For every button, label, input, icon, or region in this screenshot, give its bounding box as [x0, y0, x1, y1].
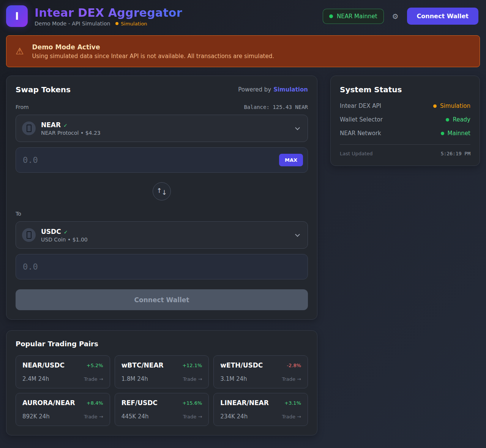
trade-link[interactable]: Trade → [183, 414, 202, 420]
arrow-up-icon: ↑ [156, 187, 162, 194]
from-token-symbol: NEAR✓ [41, 121, 68, 129]
chevron-down-icon [295, 125, 300, 130]
pair-volume: 3.1M 24h [220, 375, 247, 382]
swap-connect-wallet-button[interactable]: Connect Wallet [16, 289, 308, 310]
system-status-title: System Status [340, 85, 470, 94]
from-label: From [16, 104, 29, 110]
pair-name: wBTC/NEAR [122, 361, 164, 369]
banner-title: Demo Mode Active [32, 43, 274, 51]
verified-check-icon: ✓ [63, 123, 68, 128]
pair-change: +12.1% [182, 363, 202, 368]
pairs-title: Popular Trading Pairs [16, 340, 308, 348]
from-amount-input[interactable] [23, 155, 279, 165]
trade-link[interactable]: Trade → [282, 414, 301, 420]
pair-change: -2.8% [287, 363, 301, 368]
pair-name: LINEAR/NEAR [220, 399, 269, 407]
from-token-icon [22, 121, 36, 135]
swap-card: Swap Tokens Powered bySimulation From Ba… [6, 76, 317, 320]
from-token-description: NEAR Protocol • $4.23 [41, 130, 290, 136]
popular-pairs-card: Popular Trading Pairs NEAR/USDC +5.2% 2.… [6, 330, 317, 435]
page: I Intear DEX Aggregator Demo Mode - API … [0, 0, 486, 442]
pair-volume: 1.8M 24h [122, 375, 148, 382]
trade-link[interactable]: Trade → [183, 376, 202, 382]
powered-by-value: Simulation [273, 86, 308, 93]
system-status-card: System Status Intear DEX API Simulation … [330, 76, 480, 166]
app-subtitle: Demo Mode - API Simulation [35, 21, 110, 27]
from-balance: Balance: 125.43 NEAR [244, 104, 308, 110]
header: I Intear DEX Aggregator Demo Mode - API … [6, 4, 480, 32]
network-pill-label: NEAR Mainnet [337, 13, 377, 20]
status-dot-icon [446, 118, 449, 121]
divider [340, 144, 470, 145]
pair-volume: 445K 24h [122, 413, 149, 420]
to-label: To [16, 211, 21, 217]
warning-icon: ⚠ [16, 47, 24, 56]
pair-change: +15.6% [182, 400, 202, 406]
page-title: Intear DEX Aggregator [35, 6, 182, 20]
header-brand: I Intear DEX Aggregator Demo Mode - API … [6, 5, 182, 27]
trade-link[interactable]: Trade → [84, 376, 103, 382]
arrow-down-icon: ↓ [162, 189, 167, 196]
gear-icon[interactable]: ⚙ [392, 12, 399, 21]
verified-check-icon: ✓ [64, 229, 68, 235]
pair-name: AURORA/NEAR [22, 399, 75, 407]
pair-card-ref-usdc[interactable]: REF/USDC +15.6% 445K 24h Trade → [115, 393, 209, 426]
status-dot-icon [433, 104, 437, 108]
trade-link[interactable]: Trade → [84, 414, 103, 420]
pair-card-aurora-near[interactable]: AURORA/NEAR +8.4% 892K 24h Trade → [16, 393, 110, 426]
demo-mode-banner: ⚠ Demo Mode Active Using simulated data … [6, 35, 480, 67]
pair-card-linear-near[interactable]: LINEAR/NEAR +3.1% 234K 24h Trade → [213, 393, 308, 426]
pair-card-near-usdc[interactable]: NEAR/USDC +5.2% 2.4M 24h Trade → [16, 355, 110, 388]
simulation-badge: Simulation [115, 21, 147, 27]
pair-change: +8.4% [87, 400, 103, 406]
logo-letter: I [15, 11, 19, 22]
pair-volume: 234K 24h [220, 413, 248, 420]
connect-wallet-button[interactable]: Connect Wallet [407, 8, 478, 25]
status-row-near-network: NEAR Network Mainnet [340, 130, 470, 137]
pair-name: REF/USDC [122, 399, 158, 407]
pair-change: +5.2% [87, 363, 103, 368]
to-amount-input[interactable] [23, 262, 303, 271]
pair-name: NEAR/USDC [22, 361, 65, 369]
to-token-icon [22, 228, 36, 242]
app-logo: I [6, 5, 28, 27]
simulation-dot-icon [115, 22, 118, 25]
to-token-description: USD Coin • $1.00 [41, 237, 290, 243]
from-amount-box: MAX [16, 147, 308, 173]
powered-by: Powered bySimulation [238, 86, 308, 93]
trade-link[interactable]: Trade → [282, 376, 301, 382]
to-amount-box [16, 254, 308, 279]
banner-message: Using simulated data since Intear API is… [32, 53, 274, 60]
status-value: Mainnet [448, 130, 470, 137]
last-updated-value: 5:26:19 PM [441, 151, 470, 156]
swap-title: Swap Tokens [16, 85, 71, 94]
network-pill[interactable]: NEAR Mainnet [323, 9, 384, 24]
chevron-down-icon [295, 232, 300, 237]
swap-direction-button[interactable]: ↑ ↓ [153, 182, 171, 200]
status-value: Ready [453, 116, 470, 123]
pair-card-wbtc-near[interactable]: wBTC/NEAR +12.1% 1.8M 24h Trade → [115, 355, 209, 388]
from-token-selector[interactable]: NEAR✓ NEAR Protocol • $4.23 [16, 115, 308, 142]
pair-name: wETH/USDC [220, 361, 263, 369]
status-value: Simulation [440, 103, 470, 109]
network-status-dot-icon [329, 14, 333, 18]
last-updated-label: Last Updated [340, 151, 373, 156]
pair-change: +3.1% [284, 400, 301, 406]
status-row-wallet-selector: Wallet Selector Ready [340, 116, 470, 123]
status-row-intear-api: Intear DEX API Simulation [340, 103, 470, 109]
to-token-selector[interactable]: USDC✓ USD Coin • $1.00 [16, 221, 308, 249]
pair-volume: 2.4M 24h [22, 375, 49, 382]
pair-card-weth-usdc[interactable]: wETH/USDC -2.8% 3.1M 24h Trade → [213, 355, 308, 388]
status-dot-icon [441, 132, 444, 135]
pair-volume: 892K 24h [22, 413, 50, 420]
to-token-symbol: USDC✓ [41, 228, 68, 235]
max-button[interactable]: MAX [279, 154, 303, 166]
